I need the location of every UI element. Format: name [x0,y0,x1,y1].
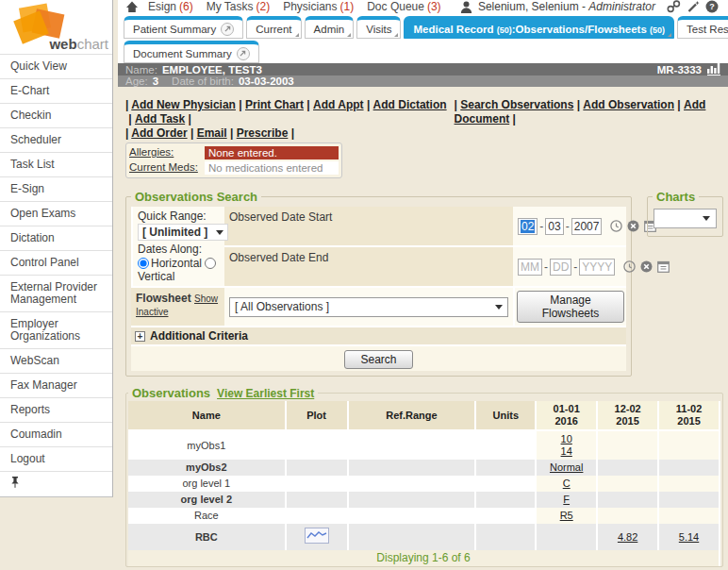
radio-vertical[interactable] [205,258,216,269]
sidebar-item-coumadin[interactable]: Coumadin [0,422,112,446]
sidebar-item-quick-view[interactable]: Quick View [0,54,112,78]
document-summary-popout-icon[interactable] [237,47,250,60]
chevron-down-icon [216,230,223,235]
ref-range-cell [349,431,477,460]
sidebar-pin-toggle[interactable] [0,471,112,496]
patient-summary-popout-icon[interactable] [221,23,234,36]
sidebar-item-external-provider-management[interactable]: External Provider Management [0,275,112,311]
current-meds-link[interactable]: Current Meds: [129,161,198,173]
allergies-value: None entered. [205,146,339,159]
help-icon[interactable]: ? [705,0,719,13]
observed-date-start-label: Observed Date Start [224,207,513,247]
sidebar-item-fax-manager[interactable]: Fax Manager [0,373,112,397]
observation-value-link[interactable]: 14 [540,445,592,458]
search-button[interactable]: Search [344,350,412,369]
link-add-task[interactable]: Add Task [135,112,194,126]
sidebar-item-reports[interactable]: Reports [0,397,112,422]
start-year-input[interactable]: 2007 [571,218,603,235]
observations-header-row: Name Plot Ref.Range Units 01-012016 12-0… [128,401,720,431]
link-add-order[interactable]: Add Order [131,126,196,140]
clock-icon[interactable] [623,260,636,273]
observation-value-link[interactable]: 4.82 [602,531,654,544]
radio-horizontal[interactable] [138,258,149,269]
home-icon[interactable] [125,1,139,13]
tab-patient-summary[interactable]: Patient Summary [124,16,243,39]
end-month-input[interactable]: MM [518,259,542,276]
units-cell [476,492,537,508]
user-menu[interactable]: Selenium, Selenium - Administrator [478,0,655,13]
link-add-observation[interactable]: Add Observation [583,98,684,111]
webchart-logo[interactable]: webchart [0,0,112,54]
observations-table: Name Plot Ref.Range Units 01-012016 12-0… [128,401,720,566]
nav-doc-queue[interactable]: Doc Queue(3) [367,0,440,13]
tab-row-2: Document Summary [124,41,728,63]
observation-value-link[interactable]: C [540,478,592,490]
link-chain-icon[interactable] [667,0,681,13]
sparkline-plot-icon[interactable] [305,528,329,544]
value-cell: Normal [537,460,598,476]
link-add-new-physician[interactable]: Add New Physician [131,98,245,111]
tab-current[interactable]: Current [246,16,301,39]
sidebar-item-open-exams[interactable]: Open Exams [0,201,112,226]
observation-value-link[interactable]: F [540,494,592,506]
additional-criteria-toggle[interactable]: + Additional Criteria [131,327,626,346]
quick-range-select[interactable]: [ Unlimited ] [138,224,228,241]
nav-physicians[interactable]: Physicians(1) [283,0,354,13]
sidebar-item-checkin[interactable]: Checkin [0,103,112,127]
sidebar-item-e-chart[interactable]: E-Chart [0,78,112,103]
nav-esign[interactable]: Esign(6) [148,0,193,13]
allergies-link[interactable]: Allergies: [129,146,174,158]
flowsheet-select-value: [ All Observations ] [235,300,329,313]
sidebar-item-employer-organizations[interactable]: Employer Organizations [0,311,112,348]
link-search-observations[interactable]: Search Observations [460,98,583,111]
calendar-icon[interactable] [657,260,670,273]
nav-my-tasks[interactable]: My Tasks(2) [207,0,270,13]
patient-age: 3 [153,75,158,87]
start-day-input[interactable]: 03 [545,218,563,235]
tab-visits[interactable]: Visits [356,16,401,39]
patient-chart-stats-icon[interactable] [707,63,720,75]
tab-dropdown-indicator [668,33,671,37]
observation-value-link[interactable]: Normal [540,461,592,474]
date-dash: - [566,220,570,233]
sidebar-item-webscan[interactable]: WebScan [0,348,112,373]
manage-flowsheets-button[interactable]: Manage Flowsheets [517,291,624,323]
observation-value-link[interactable]: 5.14 [663,531,715,544]
end-day-input[interactable]: DD [550,259,571,276]
link-print-chart[interactable]: Print Chart [245,98,313,111]
observed-date-start-inputs: 02-03-2007 [513,207,626,247]
observation-value-link[interactable]: R5 [540,510,592,522]
sidebar-item-control-panel[interactable]: Control Panel [0,250,112,275]
tab-admin[interactable]: Admin [305,16,355,39]
top-nav: Esign(6) My Tasks(2) Physicians(1) Doc Q… [148,0,441,13]
quick-range-value: [ Unlimited ] [142,226,207,239]
start-month-input[interactable]: 02 [518,218,538,235]
sidebar-item-scheduler[interactable]: Scheduler [0,127,112,152]
ref-range-cell [349,476,477,492]
sidebar-item-logout[interactable]: Logout [0,446,112,471]
clock-icon[interactable] [610,220,622,232]
value-cell [659,508,720,524]
tab-document-summary[interactable]: Document Summary [124,41,259,63]
dates-along-label: Dates Along: [138,243,220,256]
clear-date-icon[interactable] [627,220,639,232]
sidebar-item-e-sign[interactable]: E-Sign [0,176,112,201]
observations-search-title: Observations Search [131,190,261,204]
sidebar-item-task-list[interactable]: Task List [0,152,112,176]
view-earliest-first-link[interactable]: View Earliest First [217,387,314,400]
tab-test-results[interactable]: Test Results [677,16,728,39]
observation-value-link[interactable]: 10 [540,433,592,445]
link-add-appt[interactable]: Add Appt [313,98,373,111]
end-year-input[interactable]: YYYY [579,259,615,276]
flowsheet-select[interactable]: [ All Observations ] [229,297,508,317]
clear-date-icon[interactable] [640,260,653,273]
link-prescribe[interactable]: Prescribe [237,126,298,140]
wand-icon[interactable] [687,0,700,13]
value-cell: 4.82 [598,524,659,550]
link-email[interactable]: Email [197,126,237,140]
sidebar-item-dictation[interactable]: Dictation [0,226,112,250]
tab-medical-record-observations[interactable]: Medical Record (50):Observations/Flowshe… [404,16,674,39]
search-button-row: Search [131,346,626,371]
charts-select[interactable] [654,209,717,228]
end-date-icons [623,260,670,273]
